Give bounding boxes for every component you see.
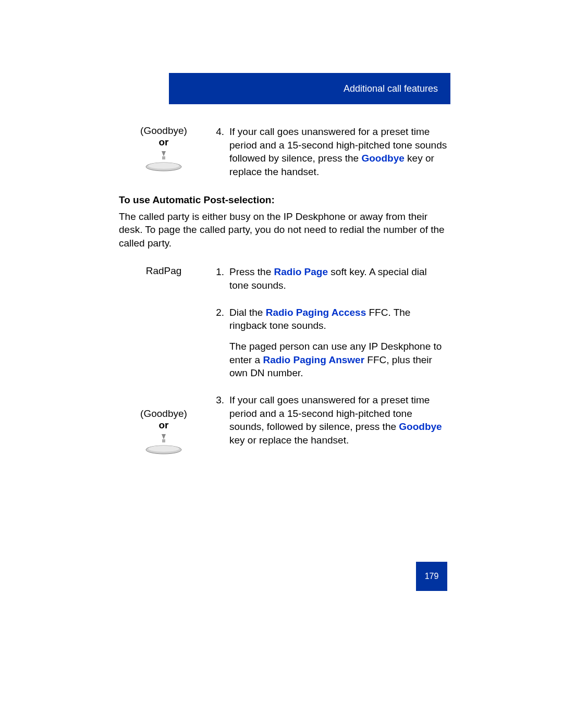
radio-paging-access-term: Radio Paging Access xyxy=(266,307,366,318)
step-1-row: RadPag 1. Press the Radio Page soft key.… xyxy=(119,265,448,292)
section-intro: The called party is either busy on the I… xyxy=(119,210,448,250)
page-content: (Goodbye) or 4. If your call goes unansw… xyxy=(119,125,448,465)
text-part: key or replace the handset. xyxy=(229,435,349,446)
radio-page-term: Radio Page xyxy=(274,266,328,277)
svg-marker-4 xyxy=(162,434,166,439)
step-4-left: (Goodbye) or xyxy=(119,125,209,172)
svg-rect-1 xyxy=(162,156,165,159)
text-part: Press the xyxy=(229,266,274,277)
goodbye-label: (Goodbye) xyxy=(119,125,209,137)
svg-point-7 xyxy=(148,446,179,452)
radio-paging-answer-term: Radio Paging Answer xyxy=(263,354,364,365)
step-body: If your call goes unanswered for a prese… xyxy=(229,125,448,179)
step-4-row: (Goodbye) or 4. If your call goes unansw… xyxy=(119,125,448,179)
or-label: or xyxy=(119,137,209,148)
step-1-left: RadPag xyxy=(119,265,209,277)
step-3-left: (Goodbye) or xyxy=(119,393,209,455)
goodbye-key-term: Goodbye xyxy=(361,153,404,164)
handset-icon xyxy=(143,151,185,172)
svg-marker-0 xyxy=(162,151,166,156)
or-label: or xyxy=(119,419,209,431)
page-number-box: 179 xyxy=(416,562,447,591)
step-number: 3. xyxy=(209,393,229,447)
header-bar: Additional call features xyxy=(169,73,450,104)
step-number: 4. xyxy=(209,125,229,179)
goodbye-label: (Goodbye) xyxy=(119,408,209,419)
step-2-para-2: The paged person can use any IP Deskphon… xyxy=(229,340,448,380)
goodbye-key-term: Goodbye xyxy=(399,421,442,432)
text-part: Dial the xyxy=(229,307,266,318)
handset-icon xyxy=(143,434,185,455)
step-number: 1. xyxy=(209,265,229,292)
page-number: 179 xyxy=(425,572,439,581)
step-1-text: 1. Press the Radio Page soft key. A spec… xyxy=(209,265,448,292)
step-3-row: (Goodbye) or 3. If your call goes unansw… xyxy=(119,393,448,455)
step-4-text: 4. If your call goes unanswered for a pr… xyxy=(209,125,448,179)
step-body: If your call goes unanswered for a prese… xyxy=(229,393,448,447)
step-body: Press the Radio Page soft key. A special… xyxy=(229,265,448,292)
svg-rect-5 xyxy=(162,439,165,442)
step-number: 2. xyxy=(209,306,229,380)
step-2-text: 2. Dial the Radio Paging Access FFC. The… xyxy=(209,306,448,380)
section-heading: To use Automatic Post-selection: xyxy=(119,194,448,206)
step-3-text: 3. If your call goes unanswered for a pr… xyxy=(209,393,448,447)
step-2-row: 2. Dial the Radio Paging Access FFC. The… xyxy=(119,306,448,380)
header-title: Additional call features xyxy=(344,83,438,94)
step-2-para-1: Dial the Radio Paging Access FFC. The ri… xyxy=(229,306,448,332)
step-body: Dial the Radio Paging Access FFC. The ri… xyxy=(229,306,448,380)
svg-point-3 xyxy=(148,163,179,169)
